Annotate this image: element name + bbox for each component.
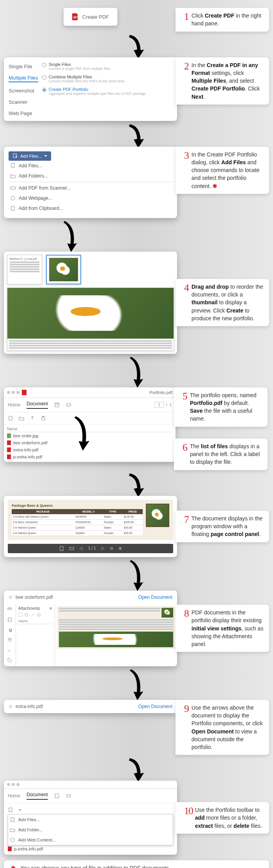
portfolio-toolbar-panel: Home Document ▾ Add Files... Add Folder.… bbox=[4, 781, 177, 855]
svg-point-3 bbox=[11, 196, 15, 200]
menu-add-clipboard[interactable]: Add from Clipboard... bbox=[9, 203, 172, 213]
globe-icon bbox=[10, 195, 16, 201]
option-combine[interactable]: Combine Multiple FilesConvert multiple f… bbox=[42, 75, 172, 83]
caret-down-icon bbox=[44, 155, 47, 157]
menu-add-webpage[interactable]: Add Webpage... bbox=[9, 193, 172, 203]
svg-rect-9 bbox=[7, 447, 11, 452]
thumbnails-icon[interactable] bbox=[7, 607, 12, 612]
tab-web-page[interactable]: Web Page bbox=[9, 110, 38, 116]
menu-add-files[interactable]: Add Files... bbox=[8, 815, 173, 825]
print-icon bbox=[69, 546, 74, 551]
attachments-view-panel: ⊙ bee orderform.pdf Open Document Attach… bbox=[4, 591, 177, 666]
svg-rect-10 bbox=[7, 454, 11, 459]
save-icon[interactable] bbox=[54, 402, 60, 408]
menu-add-files[interactable]: Add Files... bbox=[9, 161, 172, 171]
add-icon[interactable] bbox=[8, 807, 13, 813]
step-10: 10 Use the Portfolio toolbar to add more… bbox=[176, 802, 269, 834]
tab-multiple-files[interactable]: Multiple Files bbox=[9, 75, 38, 82]
tag-icon[interactable] bbox=[7, 658, 12, 663]
svg-rect-11 bbox=[60, 547, 63, 550]
layers-icon[interactable] bbox=[7, 637, 12, 643]
file-icon bbox=[10, 163, 16, 169]
attachment-icon[interactable] bbox=[7, 627, 12, 633]
scanner-icon bbox=[10, 185, 16, 191]
signature-icon[interactable] bbox=[7, 648, 12, 653]
open-document-link[interactable]: Open Document bbox=[138, 704, 172, 709]
menu-add-scanner[interactable]: Add PDF from Scanner... bbox=[9, 183, 172, 193]
open-document-link[interactable]: Open Document bbox=[138, 595, 172, 600]
svg-rect-6 bbox=[9, 416, 12, 420]
option-portfolio[interactable]: Create PDF PortfolioAggregate and organi… bbox=[42, 87, 172, 96]
menu-add-folders[interactable]: Add Folders... bbox=[9, 171, 172, 181]
save-icon[interactable] bbox=[54, 793, 60, 799]
delete-icon[interactable] bbox=[41, 415, 46, 421]
thumbnail-1[interactable]: Beehive S...y Cost.pdf bbox=[7, 255, 42, 284]
tab-screenshot[interactable]: Screenshot bbox=[9, 88, 38, 94]
menu-add-web[interactable]: Add Web Content... bbox=[8, 835, 173, 845]
bookmark-icon[interactable] bbox=[7, 617, 12, 623]
print-icon[interactable] bbox=[66, 402, 71, 408]
step-3: 3 In the Create PDF Portfolio dialog, cl… bbox=[176, 147, 269, 194]
svg-rect-17 bbox=[67, 795, 71, 797]
tab-scanner[interactable]: Scanner bbox=[9, 99, 38, 105]
add-files-panel: Add Files... Add Files... Add Folders...… bbox=[4, 147, 177, 218]
svg-point-20 bbox=[11, 838, 14, 842]
image-icon bbox=[7, 433, 11, 438]
open-document-bar: ⊙ extra-info.pdf Open Document bbox=[4, 700, 177, 713]
svg-rect-19 bbox=[11, 818, 14, 822]
svg-rect-14 bbox=[10, 608, 12, 609]
option-single[interactable]: Single FilesConvert a single PDF from mu… bbox=[42, 62, 172, 71]
svg-point-16 bbox=[25, 613, 28, 616]
svg-rect-15 bbox=[18, 613, 22, 617]
file-row[interactable]: p-extra-info.pdf bbox=[8, 845, 173, 852]
asterisk-icon: ✱ bbox=[213, 183, 217, 189]
svg-rect-21 bbox=[8, 847, 12, 851]
step-5: 5 The portfolio opens, named Portfolio.p… bbox=[174, 387, 268, 427]
pdf-file-icon bbox=[7, 447, 11, 452]
step-4: 4 Drag and drop to reorder the documents… bbox=[176, 279, 269, 326]
tab-single-file[interactable]: Single File bbox=[9, 64, 38, 69]
page-plus-icon bbox=[12, 153, 18, 159]
step-9: 9 Use the arrows above the document to d… bbox=[176, 700, 269, 755]
folder-icon bbox=[10, 173, 16, 179]
svg-rect-5 bbox=[67, 404, 71, 406]
step-2: 2 In the Create a PDF in any Format sett… bbox=[176, 57, 269, 105]
svg-rect-12 bbox=[70, 547, 74, 550]
thumbnail-2[interactable] bbox=[46, 255, 81, 284]
step-7: 7 The document displays in the program w… bbox=[176, 511, 269, 542]
svg-rect-13 bbox=[8, 608, 9, 609]
add-folder-icon[interactable] bbox=[19, 415, 24, 421]
tab-document[interactable]: Document bbox=[27, 792, 48, 800]
create-pdf-options-panel: Single File Multiple Files Screenshot Sc… bbox=[4, 57, 177, 121]
file-row[interactable]: extra-info.pdf bbox=[7, 446, 172, 453]
menu-add-folder[interactable]: Add Folder... bbox=[8, 825, 173, 835]
print-icon[interactable] bbox=[66, 793, 71, 799]
add-file-icon[interactable] bbox=[8, 415, 13, 421]
create-pdf-label: Create PDF bbox=[82, 14, 109, 20]
file-row[interactable]: p-extra-info.pdf bbox=[7, 453, 172, 460]
step-8: 8 PDF documents in the portfolio display… bbox=[176, 605, 269, 652]
svg-rect-18 bbox=[9, 808, 12, 812]
svg-rect-7 bbox=[7, 433, 11, 438]
thumbnails-panel: Beehive S...y Cost.pdf bbox=[4, 252, 177, 354]
svg-rect-4 bbox=[11, 206, 14, 210]
page-control-panel[interactable]: ◁1 / 1▷ ⊖⊕ bbox=[8, 544, 173, 553]
nav-arrow-icon[interactable]: ⊙ bbox=[9, 704, 12, 709]
page-icon bbox=[59, 546, 64, 551]
tab-document[interactable]: Document bbox=[27, 401, 48, 409]
tab-home[interactable]: Home bbox=[8, 402, 20, 408]
close-icon[interactable]: ✕ bbox=[49, 606, 52, 611]
pdf-file-icon bbox=[7, 454, 11, 459]
tab-home[interactable]: Home bbox=[8, 793, 20, 799]
pdf-file-icon bbox=[7, 440, 11, 445]
file-row[interactable]: bee orderform.pdf bbox=[7, 439, 172, 446]
extract-icon[interactable] bbox=[30, 415, 35, 421]
window-title: Portfolio.pdf bbox=[149, 390, 172, 395]
svg-rect-8 bbox=[7, 440, 11, 445]
clipboard-icon bbox=[10, 206, 16, 211]
file-row[interactable]: bee order.jpg bbox=[7, 432, 172, 439]
add-files-dropdown[interactable]: Add Files... bbox=[9, 151, 51, 161]
preview-large bbox=[7, 288, 174, 351]
document-view-panel: Package Bees & Queens PACKAGEMODEL #TYPE… bbox=[4, 496, 177, 557]
create-pdf-button[interactable]: Create PDF bbox=[64, 8, 118, 26]
